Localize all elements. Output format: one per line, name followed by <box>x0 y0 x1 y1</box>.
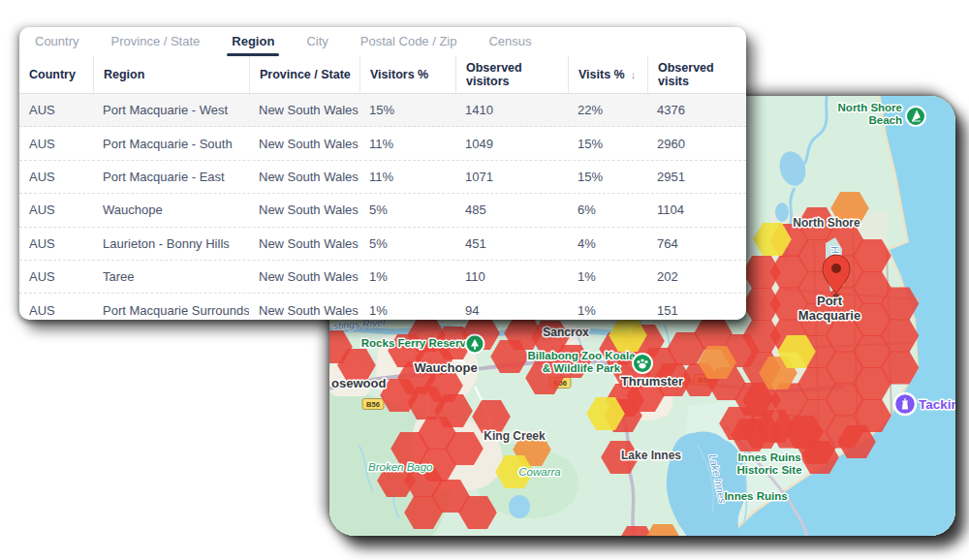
map-label-innes-ruins-historic-site: Innes RuinsHistoric Site <box>736 451 801 476</box>
table-row[interactable]: AUSWauchopeNew South Wales5%4856%1104 <box>19 194 746 227</box>
cell-region: Port Macquarie - South <box>93 137 249 151</box>
column-header-observed-visitors[interactable]: Observed visitors <box>455 56 568 93</box>
cell-visitors-pct: 1% <box>359 269 455 284</box>
cell-region: Taree <box>93 269 249 284</box>
column-header-label: Country <box>29 68 76 81</box>
tab-region[interactable]: Region <box>229 27 277 56</box>
cell-province: New South Wales <box>249 170 359 184</box>
beach-poi-icon[interactable] <box>906 107 925 126</box>
cell-observed-visitors: 1049 <box>455 137 568 151</box>
map-label-rocks-ferry-reserve: Rocks Ferry Reserve <box>361 337 472 349</box>
column-header-label: Observed visits <box>658 61 746 88</box>
lake-innes-water <box>667 432 746 536</box>
cell-visits-pct: 15% <box>568 137 647 151</box>
table-header-row: CountryRegionProvince / StateVisitors %O… <box>19 56 746 94</box>
cell-observed-visitors: 485 <box>455 202 568 217</box>
sort-descending-icon[interactable]: ↓ <box>631 69 637 80</box>
park-tree-icon[interactable] <box>466 335 484 354</box>
cell-country: AUS <box>19 236 93 251</box>
map-label-cowarra: Cowarra <box>518 466 560 478</box>
cell-region: Laurieton - Bonny Hills <box>93 236 249 251</box>
svg-text:B56: B56 <box>366 400 380 409</box>
map-label-innes-ruins: Innes Ruins <box>724 490 787 502</box>
geography-table-panel: CountryProvince / StateRegionCityPostal … <box>19 27 746 320</box>
cell-visits-pct: 1% <box>568 269 647 284</box>
cell-region: Wauchope <box>93 202 249 217</box>
route-shield: B56 <box>362 399 384 410</box>
column-header-label: Region <box>104 68 144 81</box>
table-body: AUSPort Macquarie - WestNew South Wales1… <box>19 94 746 320</box>
table-row[interactable]: AUSPort Macquarie SurroundsNew South Wal… <box>19 294 746 320</box>
map-label-sancrox: Sancrox <box>543 326 589 339</box>
column-header-country[interactable]: Country <box>19 56 93 93</box>
cell-region: Port Macquarie Surrounds <box>93 303 249 318</box>
map-label-broken-bago: Broken Bago <box>368 461 433 473</box>
cell-visitors-pct: 15% <box>359 103 455 117</box>
cell-observed-visitors: 94 <box>455 303 568 318</box>
cell-observed-visits: 764 <box>647 236 746 251</box>
cell-observed-visits: 1104 <box>647 202 746 217</box>
cell-visits-pct: 15% <box>568 170 647 184</box>
cell-observed-visits: 151 <box>647 303 746 318</box>
cell-region: Port Macquarie - East <box>93 170 249 184</box>
cell-province: New South Wales <box>249 269 359 284</box>
cell-visits-pct: 6% <box>568 202 647 217</box>
tab-province-state[interactable]: Province / State <box>109 27 203 56</box>
table-row[interactable]: AUSTareeNew South Wales1%1101%202 <box>19 261 746 294</box>
map-label-lake-innes: Lake Innes <box>621 449 681 462</box>
map-label-king-creek: King Creek <box>484 429 546 443</box>
cell-province: New South Wales <box>249 202 359 217</box>
cell-observed-visits: 2960 <box>647 137 746 151</box>
table-row[interactable]: AUSLaurieton - Bonny HillsNew South Wale… <box>19 228 746 261</box>
geography-tabs: CountryProvince / StateRegionCityPostal … <box>19 27 746 56</box>
tab-country[interactable]: Country <box>32 27 82 56</box>
map-label-tackin: Tackin <box>919 397 955 412</box>
cell-province: New South Wales <box>249 303 359 318</box>
cell-country: AUS <box>19 202 93 217</box>
cell-visitors-pct: 11% <box>359 170 455 184</box>
column-header-label: Visits % <box>578 68 625 81</box>
cell-visitors-pct: 11% <box>359 137 455 151</box>
column-header-label: Visitors % <box>370 68 428 81</box>
tab-census[interactable]: Census <box>485 27 534 56</box>
table-row[interactable]: AUSPort Macquarie - WestNew South Wales1… <box>19 94 746 127</box>
tab-postal-code-zip[interactable]: Postal Code / Zip <box>358 27 460 56</box>
cell-observed-visitors: 110 <box>455 269 568 284</box>
cell-country: AUS <box>19 137 93 151</box>
cell-observed-visits: 2951 <box>647 170 746 184</box>
cell-observed-visits: 202 <box>647 269 746 284</box>
map-label-north-shore: North Shore <box>793 216 860 230</box>
column-header-label: Province / State <box>260 68 351 81</box>
cell-province: New South Wales <box>249 236 359 251</box>
cell-observed-visitors: 1410 <box>455 103 568 117</box>
cell-country: AUS <box>19 303 93 318</box>
map-label-billabong-zoo-koala-wildlife-park: Billabong Zoo Koala& Wildlife Park <box>527 350 636 374</box>
cell-observed-visits: 4376 <box>647 103 746 117</box>
tab-city[interactable]: City <box>303 27 330 56</box>
cell-province: New South Wales <box>249 103 359 117</box>
cell-country: AUS <box>19 269 93 284</box>
column-header-visitors-[interactable]: Visitors % <box>359 56 455 93</box>
column-header-province-state[interactable]: Province / State <box>249 56 359 93</box>
cell-country: AUS <box>19 170 93 184</box>
column-header-visits-[interactable]: Visits %↓ <box>568 56 647 93</box>
table-row[interactable]: AUSPort Macquarie - SouthNew South Wales… <box>19 127 746 160</box>
table-row[interactable]: AUSPort Macquarie - EastNew South Wales1… <box>19 161 746 194</box>
lighthouse-poi-icon[interactable] <box>894 393 916 415</box>
cell-visitors-pct: 5% <box>359 236 455 251</box>
cell-visits-pct: 22% <box>568 103 647 117</box>
zoo-paw-icon[interactable] <box>633 354 652 373</box>
cell-visitors-pct: 1% <box>359 303 455 318</box>
cell-visitors-pct: 5% <box>359 202 455 217</box>
map-label-osewood: osewood <box>331 376 386 390</box>
column-header-observed-visits[interactable]: Observed visits <box>647 56 746 93</box>
map-label-thrumster: Thrumster <box>621 374 683 389</box>
map-label-wauchope: Wauchope <box>414 360 477 375</box>
column-header-region[interactable]: Region <box>93 56 249 93</box>
column-header-label: Observed visitors <box>466 61 568 88</box>
cell-visits-pct: 1% <box>568 303 647 318</box>
cowarra-pond <box>509 495 530 518</box>
cell-observed-visitors: 451 <box>455 236 568 251</box>
cell-country: AUS <box>19 103 93 117</box>
cell-region: Port Macquarie - West <box>93 103 249 117</box>
